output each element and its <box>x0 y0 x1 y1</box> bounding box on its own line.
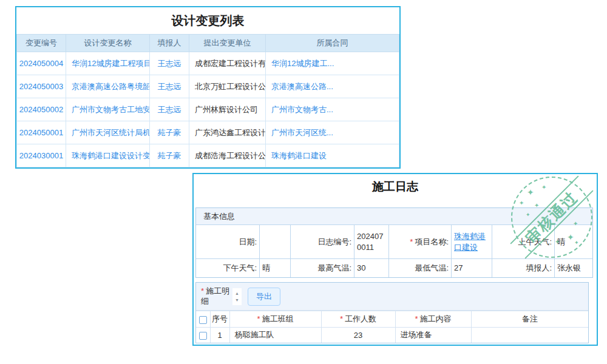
row-no-cell: 1 <box>210 328 229 343</box>
date-field[interactable] <box>259 225 290 258</box>
select-all-checkbox[interactable] <box>199 316 207 324</box>
table-row: 2024050001 广州市天河区统计局机... 苑子豪 广东鸿达鑫工程设计..… <box>17 121 399 144</box>
contract-link[interactable]: 华润12城房建工... <box>266 52 399 75</box>
unit-cell: 北京万虹工程设计公司 <box>189 75 266 98</box>
max-temp-label: 最高气温: <box>290 258 354 277</box>
am-weather-label: 上午天气: <box>492 225 554 258</box>
select-all-cell <box>196 311 210 328</box>
construction-log-title: 施工日志 <box>194 179 597 195</box>
required-asterisk: * <box>415 314 418 323</box>
change-id-link[interactable]: 2024050003 <box>17 75 66 98</box>
col-header-workers: *工作人数 <box>321 311 395 328</box>
pm-weather-field: 晴 <box>259 258 290 277</box>
log-no-field: 2024070011 <box>354 225 388 258</box>
col-header-contract: 所属合同 <box>266 35 399 52</box>
arrow-up-icon[interactable]: ▲ <box>234 290 240 297</box>
reporter-link[interactable]: 王志远 <box>150 52 189 75</box>
change-name-link[interactable]: 广州市文物考古工地安... <box>66 98 150 121</box>
basic-info-section: 基本信息 日期: 日志编号: 2024070011 *项目名称: 珠海鹤港口建设… <box>195 207 593 278</box>
unit-cell: 成都浩海工程设计公司 <box>189 144 266 167</box>
contract-link[interactable]: 珠海鹤港口建设 <box>266 144 399 167</box>
arrow-down-icon[interactable]: ▼ <box>234 297 240 303</box>
collapse-spinner: ▲ ▼ <box>232 288 242 305</box>
min-temp-field: 27 <box>451 258 492 277</box>
change-name-link[interactable]: 珠海鹤港口建设设计变更 <box>66 144 150 167</box>
reporter-link[interactable]: 王志远 <box>150 98 189 121</box>
unit-cell: 广东鸿达鑫工程设计... <box>189 121 266 144</box>
col-header-unit: 提出变更单位 <box>189 35 266 52</box>
unit-cell: 广州林辉设计公司 <box>189 98 266 121</box>
workers-cell[interactable]: 23 <box>321 328 395 343</box>
table-row: 2024030001 珠海鹤港口建设设计变更 苑子豪 成都浩海工程设计公司 珠海… <box>17 144 399 167</box>
unit-cell: 成都宏建工程设计有... <box>189 52 266 75</box>
min-temp-label: 最低气温: <box>388 258 451 277</box>
row-select-cell <box>196 328 210 343</box>
table-row: 2024050003 京港澳高速公路粤境韶... 王志远 北京万虹工程设计公司 … <box>17 75 399 98</box>
basic-info-grid: 日期: 日志编号: 2024070011 *项目名称: 珠海鹤港口建设 上午天气… <box>196 225 592 277</box>
col-header-no: 序号 <box>210 311 229 328</box>
team-cell[interactable]: 杨聪施工队 <box>229 328 321 343</box>
max-temp-field: 30 <box>354 258 388 277</box>
project-name-label: *项目名称: <box>388 225 451 258</box>
reporter-label: 填报人: <box>492 258 554 277</box>
page: 设计变更列表 变更编号 设计变更名称 填报人 提出变更单位 所属合同 20240… <box>0 0 607 364</box>
change-name-link[interactable]: 京港澳高速公路粤境韶... <box>66 75 150 98</box>
project-name-link[interactable]: 珠海鹤港口建设 <box>454 231 489 252</box>
change-id-link[interactable]: 2024030001 <box>17 144 66 167</box>
contract-link[interactable]: 广州市文物考古... <box>266 98 399 121</box>
reporter-field: 张永银 <box>554 258 592 277</box>
design-change-header-row: 变更编号 设计变更名称 填报人 提出变更单位 所属合同 <box>17 35 399 52</box>
design-change-list-panel: 设计变更列表 变更编号 设计变更名称 填报人 提出变更单位 所属合同 20240… <box>15 6 401 169</box>
construction-detail-toolbar: *施工明细 ▲ ▼ 导出 <box>196 283 588 311</box>
col-header-reporter: 填报人 <box>150 35 189 52</box>
construction-detail-section: *施工明细 ▲ ▼ 导出 序号 *施工班组 *工作人数 *施工内容 备注 <box>195 282 589 343</box>
pm-weather-label: 下午天气: <box>196 258 259 277</box>
col-header-change-id: 变更编号 <box>17 35 66 52</box>
detail-header-row: 序号 *施工班组 *工作人数 *施工内容 备注 <box>196 311 588 328</box>
date-label: 日期: <box>196 225 259 258</box>
export-button[interactable]: 导出 <box>248 288 280 306</box>
required-asterisk: * <box>340 314 343 323</box>
project-name-field: 珠海鹤港口建设 <box>451 225 492 258</box>
basic-info-section-title: 基本信息 <box>196 208 592 225</box>
reporter-link[interactable]: 苑子豪 <box>150 121 189 144</box>
change-id-link[interactable]: 2024050001 <box>17 121 66 144</box>
construction-log-panel: 施工日志 基本信息 日期: 日志编号: 2024070011 *项目名称: 珠海… <box>192 173 598 346</box>
am-weather-field: 晴 <box>554 225 592 258</box>
change-name-link[interactable]: 广州市天河区统计局机... <box>66 121 150 144</box>
required-asterisk: * <box>201 286 204 295</box>
required-asterisk: * <box>257 314 260 323</box>
log-no-label: 日志编号: <box>290 225 354 258</box>
table-row: 2024050004 华润12城房建工程项目... 王志远 成都宏建工程设计有.… <box>17 52 399 75</box>
change-id-link[interactable]: 2024050004 <box>17 52 66 75</box>
col-header-change-name: 设计变更名称 <box>66 35 150 52</box>
construction-detail-table: 序号 *施工班组 *工作人数 *施工内容 备注 1 杨聪施工队 23 进场准备 <box>196 311 588 343</box>
col-header-content: *施工内容 <box>395 311 471 328</box>
change-id-link[interactable]: 2024050002 <box>17 98 66 121</box>
contract-link[interactable]: 广州市天河区统... <box>266 121 399 144</box>
design-change-table: 变更编号 设计变更名称 填报人 提出变更单位 所属合同 2024050004 华… <box>16 34 399 167</box>
table-row: 2024050002 广州市文物考古工地安... 王志远 广州林辉设计公司 广州… <box>17 98 399 121</box>
content-cell[interactable]: 进场准备 <box>395 328 471 343</box>
col-header-team: *施工班组 <box>229 311 321 328</box>
reporter-link[interactable]: 王志远 <box>150 75 189 98</box>
contract-link[interactable]: 京港澳高速公路... <box>266 75 399 98</box>
design-change-list-title: 设计变更列表 <box>16 7 399 34</box>
remark-cell[interactable] <box>471 328 588 343</box>
detail-row: 1 杨聪施工队 23 进场准备 <box>196 328 588 343</box>
reporter-link[interactable]: 苑子豪 <box>150 144 189 167</box>
change-name-link[interactable]: 华润12城房建工程项目... <box>66 52 150 75</box>
col-header-remark: 备注 <box>471 311 588 328</box>
row-checkbox[interactable] <box>199 332 207 340</box>
required-asterisk: * <box>410 237 413 246</box>
construction-detail-label: *施工明细 <box>201 286 230 307</box>
